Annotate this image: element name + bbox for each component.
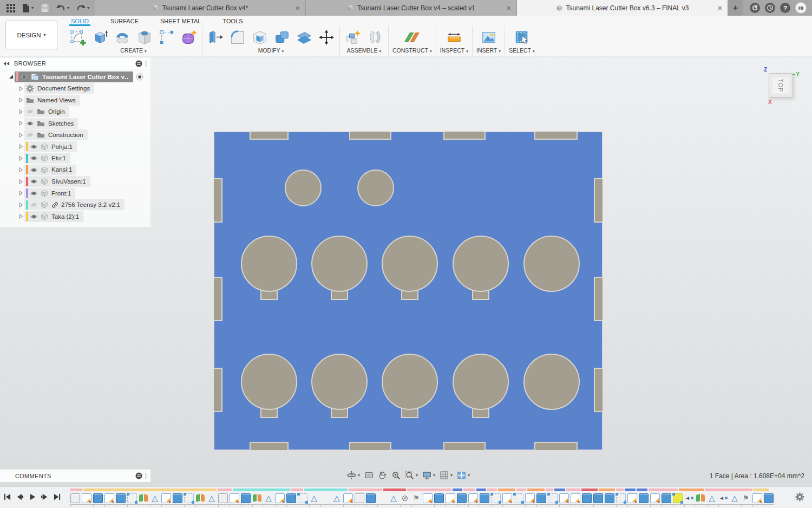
activate-component-radio[interactable]	[136, 73, 143, 81]
caret-expanded-icon[interactable]	[8, 74, 15, 79]
timeline-feature-extrude[interactable]	[605, 493, 614, 503]
timeline-feature-sketch[interactable]	[468, 493, 478, 503]
browser-item-named-views[interactable]: Named Views	[0, 94, 150, 106]
visibility-eye-icon[interactable]	[20, 74, 28, 80]
step-back-button[interactable]	[16, 493, 24, 501]
timeline-feature-extrude[interactable]	[93, 493, 103, 503]
browser-item-2756-teensy-3-2-v2-1[interactable]: 2756 Teensy 3.2 v2:1	[0, 199, 150, 211]
timeline-feature-pattern[interactable]	[127, 493, 137, 503]
timeline-feature-extrude[interactable]	[286, 493, 296, 503]
caret-collapsed-icon[interactable]	[17, 203, 24, 207]
timeline-feature-mirror[interactable]	[252, 493, 262, 503]
timeline-feature-extrude[interactable]	[764, 493, 774, 503]
viewcube[interactable]: TOP Z Y X	[769, 73, 793, 97]
grid-snap-button[interactable]	[438, 470, 454, 481]
comments-resize-handle[interactable]	[146, 473, 147, 479]
construct-plane-button[interactable]	[403, 28, 421, 47]
go-to-start-button[interactable]	[3, 493, 11, 501]
timeline-feature-extrude[interactable]	[582, 493, 592, 503]
comments-menu-icon[interactable]	[135, 472, 142, 479]
rectangular-pattern-button[interactable]	[158, 28, 176, 47]
timeline-feature-extrude[interactable]	[116, 493, 126, 503]
timeline-feature-pattern[interactable]	[514, 493, 523, 503]
caret-collapsed-icon[interactable]	[17, 144, 24, 149]
timeline-feature-extrude[interactable]	[593, 493, 603, 503]
timeline-feature-pattern[interactable]	[184, 493, 194, 503]
help-icon[interactable]: ?	[780, 3, 790, 13]
shell-button[interactable]	[251, 28, 269, 47]
browser-item-taka-2-1[interactable]: Taka (2):1	[0, 211, 150, 223]
timeline-feature-pattern[interactable]	[673, 493, 683, 503]
browser-menu-icon[interactable]	[135, 60, 142, 67]
timeline-feature-pattern[interactable]	[298, 493, 307, 503]
timeline-feature-sketch[interactable]	[446, 493, 455, 503]
timeline-feature-comp[interactable]	[218, 493, 228, 503]
caret-collapsed-icon[interactable]	[17, 167, 24, 172]
timeline-feature-extrude[interactable]	[457, 493, 467, 503]
timeline-feature-tri[interactable]	[309, 493, 319, 503]
visibility-eye-icon[interactable]	[30, 155, 38, 161]
timeline-feature-comp[interactable]	[70, 493, 80, 503]
visibility-eye-icon[interactable]	[30, 167, 38, 173]
ribbon-tab-tools[interactable]: TOOLS	[221, 17, 244, 26]
ribbon-tab-solid[interactable]: SOLID	[69, 17, 90, 26]
visibility-eye-icon-off[interactable]	[30, 202, 38, 207]
new-tab-button[interactable]: +	[728, 0, 743, 16]
document-tab[interactable]: Tsunami Laser Cutter Box v4*×	[95, 0, 306, 16]
timeline-feature-mirror[interactable]	[139, 493, 148, 503]
browser-item-pohja-1[interactable]: Pohja:1	[0, 141, 150, 153]
caret-collapsed-icon[interactable]	[17, 133, 24, 138]
timeline-feature-mirror[interactable]	[696, 493, 705, 503]
press-pull-button[interactable]	[206, 28, 225, 47]
timeline-feature-sketch[interactable]	[343, 493, 353, 503]
save-icon[interactable]	[41, 4, 49, 12]
timeline-feature-tri[interactable]	[332, 493, 342, 503]
timeline-feature-combine[interactable]	[320, 493, 330, 503]
move-button[interactable]	[317, 28, 336, 47]
visibility-eye-icon-off[interactable]	[26, 132, 34, 138]
timeline-feature-move[interactable]	[718, 493, 728, 503]
select-button[interactable]	[513, 28, 531, 47]
timeline-feature-move[interactable]	[684, 493, 694, 503]
browser-item-document-settings[interactable]: Document Settings	[0, 83, 150, 95]
file-new-icon[interactable]	[22, 4, 34, 12]
timeline-feature-tri[interactable]	[707, 493, 717, 503]
timeline-feature-extrude[interactable]	[173, 493, 182, 503]
timeline-feature-sketch[interactable]	[230, 493, 239, 503]
timeline-feature-tri[interactable]	[389, 493, 398, 503]
play-button[interactable]	[28, 493, 36, 501]
caret-collapsed-icon[interactable]	[17, 156, 24, 161]
timeline-feature-extrude[interactable]	[639, 493, 649, 503]
ribbon-group-label-assemble[interactable]: ASSEMBLE	[347, 47, 381, 55]
job-status-icon[interactable]	[765, 3, 775, 13]
app-grid-icon[interactable]	[6, 4, 15, 12]
timeline-ruler[interactable]	[70, 504, 774, 507]
redo-icon[interactable]	[76, 4, 89, 12]
browser-resize-handle[interactable]	[146, 61, 147, 67]
timeline-feature-tri[interactable]	[207, 493, 217, 503]
timeline-feature-tri[interactable]	[264, 493, 273, 503]
timeline-feature-pattern[interactable]	[616, 493, 626, 503]
design-canvas-selected-face[interactable]	[214, 132, 603, 450]
timeline-feature-sketch[interactable]	[502, 493, 512, 503]
visibility-eye-icon[interactable]	[26, 121, 34, 126]
joint-button[interactable]	[366, 28, 384, 47]
tab-close-icon[interactable]: ×	[296, 4, 300, 12]
new-component-button[interactable]	[344, 28, 362, 47]
visibility-eye-icon-off[interactable]	[26, 109, 34, 114]
undo-icon[interactable]	[56, 4, 69, 12]
timeline-feature-flag[interactable]	[741, 493, 751, 503]
create-sketch-button[interactable]	[69, 28, 87, 47]
timeline-feature-sketch[interactable]	[423, 493, 433, 503]
timeline-feature-extrude[interactable]	[366, 493, 376, 503]
ribbon-group-label-insert[interactable]: INSERT	[476, 47, 501, 55]
create-form-button[interactable]	[180, 28, 198, 47]
timeline-feature-flag[interactable]	[411, 493, 421, 503]
user-avatar[interactable]: HI	[795, 2, 807, 14]
browser-item-origin[interactable]: Origin	[0, 106, 150, 118]
timeline-feature-sketch[interactable]	[82, 493, 91, 503]
timeline-feature-combine[interactable]	[377, 493, 387, 503]
timeline-feature-sketch[interactable]	[559, 493, 569, 503]
timeline-feature-extrude[interactable]	[662, 493, 671, 503]
timeline-feature-sketch[interactable]	[650, 493, 660, 503]
